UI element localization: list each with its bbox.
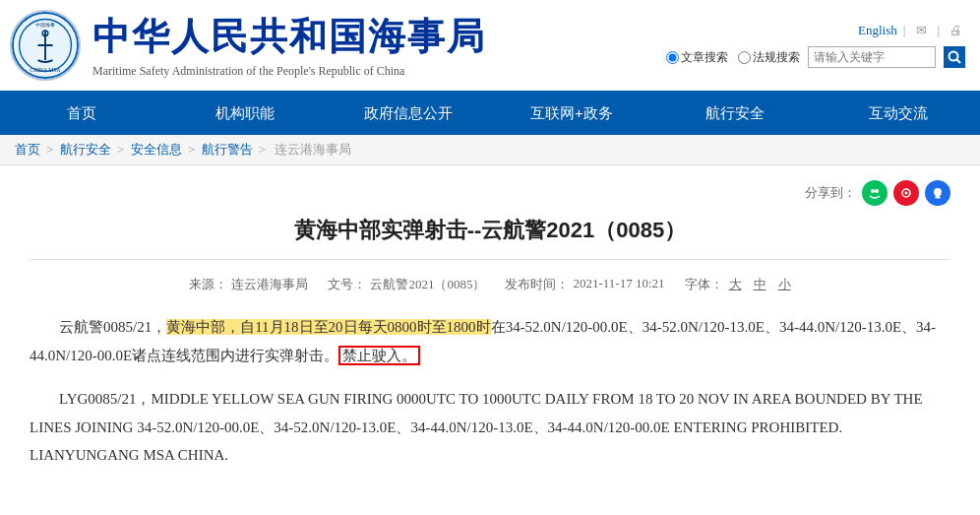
breadcrumb-home[interactable]: 首页: [15, 142, 40, 157]
search-radio-group: 文章搜索 法规搜索: [666, 49, 800, 66]
font-small-btn[interactable]: 小: [778, 276, 791, 293]
radio-law-input[interactable]: [738, 51, 751, 64]
svg-point-7: [949, 52, 958, 61]
date-value: 2021-11-17 10:21: [573, 276, 664, 293]
nav-interact[interactable]: 互动交流: [817, 93, 980, 135]
article-meta: 来源： 连云港海事局 文号： 云航警2021（0085） 发布时间： 2021-…: [30, 276, 950, 293]
font-label: 字体：: [685, 276, 723, 293]
article-title: 黄海中部实弹射击--云航警2021（0085）: [30, 216, 950, 245]
doc-value: 云航警2021（0085）: [370, 276, 485, 293]
meta-source: 来源： 连云港海事局: [189, 276, 308, 293]
svg-point-10: [875, 189, 879, 193]
breadcrumb-nav-safety[interactable]: 航行安全: [60, 142, 111, 157]
article-para-en: LYG0085/21，MIDDLE YELLOW SEA GUN FIRING …: [30, 385, 950, 470]
meta-docnum: 文号： 云航警2021（0085）: [328, 276, 485, 293]
date-label: 发布时间：: [505, 276, 569, 293]
main-content: 分享到： 黄海中部实弹射击--云航警2021（0085） 来源： 连云港海: [0, 165, 980, 505]
article-para-cn: 云航警0085/21，黄海中部，自11月18日至20日每天0800时至1800时…: [30, 313, 950, 369]
main-nav: 首页 机构职能 政府信息公开 互联网+政务 航行安全 互动交流: [0, 93, 980, 135]
font-large-btn[interactable]: 大: [729, 276, 742, 293]
print-icon[interactable]: 🖨: [946, 23, 965, 38]
share-label: 分享到：: [805, 184, 856, 202]
english-link[interactable]: English: [858, 23, 897, 38]
share-weibo-icon[interactable]: [893, 180, 919, 206]
breadcrumb-safety-info[interactable]: 安全信息: [131, 142, 182, 157]
top-links: English | ✉ | 🖨: [858, 23, 965, 38]
logo-svg: CHINA MSA 中国海事: [10, 12, 81, 79]
radio-article-input[interactable]: [666, 51, 679, 64]
breadcrumb-nav-warn[interactable]: 航行警告: [202, 142, 253, 157]
source-value: 连云港海事局: [231, 276, 308, 293]
en-title: Maritime Safety Administration of the Pe…: [92, 64, 486, 79]
svg-text:CHINA MSA: CHINA MSA: [30, 67, 61, 73]
share-bar: 分享到：: [30, 180, 950, 206]
cn-highlight2: 禁止驶入。: [338, 346, 420, 365]
font-medium-btn[interactable]: 中: [754, 276, 766, 293]
search-icon: [948, 50, 961, 64]
nav-gov-info[interactable]: 政府信息公开: [327, 93, 490, 135]
article-body: 云航警0085/21，黄海中部，自11月18日至20日每天0800时至1800时…: [30, 313, 950, 470]
svg-point-12: [905, 192, 908, 195]
svg-point-9: [871, 189, 875, 193]
header-title: 中华人民共和国海事局 Maritime Safety Administratio…: [92, 12, 486, 79]
site-header: CHINA MSA 中国海事 中华人民共和国海事局 Maritime Safet…: [0, 0, 980, 93]
svg-line-8: [957, 60, 961, 64]
doc-label: 文号：: [328, 276, 366, 293]
cn-title: 中华人民共和国海事局: [92, 12, 486, 62]
header-left: CHINA MSA 中国海事 中华人民共和国海事局 Maritime Safet…: [10, 10, 486, 81]
nav-org[interactable]: 机构职能: [163, 93, 327, 135]
nav-home[interactable]: 首页: [0, 93, 163, 135]
breadcrumb: 首页 > 航行安全 > 安全信息 > 航行警告 > 连云港海事局: [0, 135, 980, 165]
cn-highlight1: 黄海中部，自11月18日至20日每天0800时至1800时: [166, 319, 490, 335]
header-right: English | ✉ | 🖨 文章搜索 法规搜索: [666, 23, 965, 68]
title-divider: [30, 259, 950, 260]
source-label: 来源：: [189, 276, 227, 293]
site-logo: CHINA MSA 中国海事: [10, 10, 81, 81]
font-size-controls: 字体： 大 中 小: [685, 276, 791, 293]
nav-nav-safety[interactable]: 航行安全: [653, 93, 817, 135]
meta-date: 发布时间： 2021-11-17 10:21: [505, 276, 664, 293]
search-input[interactable]: [808, 46, 936, 68]
search-bar: 文章搜索 法规搜索: [666, 46, 965, 68]
cn-para-before-h1: 云航警0085/21，: [59, 319, 166, 335]
radio-article[interactable]: 文章搜索: [666, 49, 728, 66]
nav-internet[interactable]: 互联网+政务: [490, 93, 653, 135]
email-icon[interactable]: ✉: [911, 23, 931, 38]
search-button[interactable]: [944, 46, 965, 68]
share-wechat-icon[interactable]: [862, 180, 888, 206]
share-qq-icon[interactable]: [925, 180, 950, 206]
breadcrumb-current: 连云港海事局: [275, 142, 351, 157]
radio-law[interactable]: 法规搜索: [738, 49, 800, 66]
svg-text:中国海事: 中国海事: [35, 22, 55, 28]
